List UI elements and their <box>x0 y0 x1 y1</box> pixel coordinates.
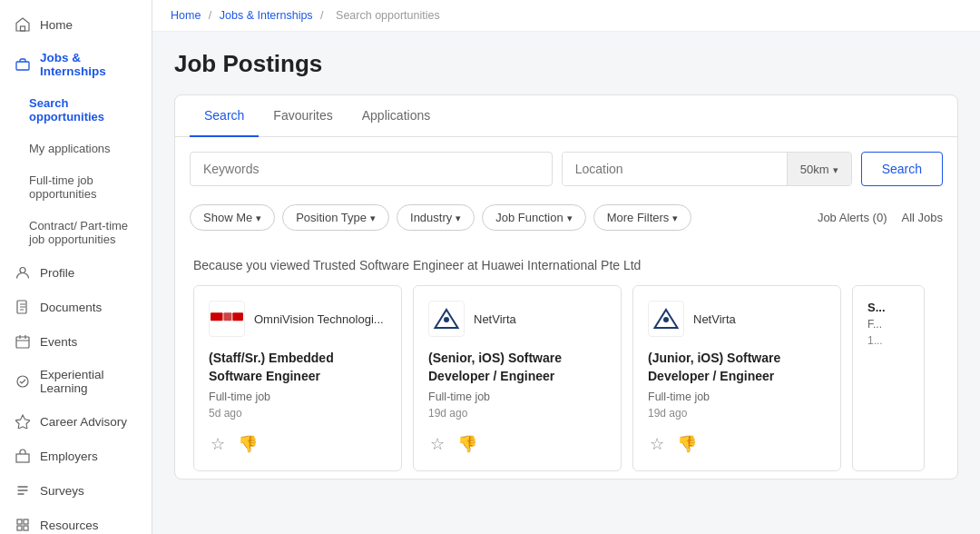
dislike-button-1[interactable]: 👎 <box>236 432 260 456</box>
search-bar: 50km Search <box>175 137 957 201</box>
job-card-1[interactable]: OmniVision Technologi... (Staff/Sr.) Emb… <box>193 285 402 471</box>
sidebar-item-surveys[interactable]: Surveys <box>0 473 152 508</box>
svg-point-16 <box>444 317 449 322</box>
job-card-2-header: NetVirta <box>428 301 606 337</box>
tabs-bar: Search Favourites Applications <box>175 95 957 137</box>
tab-favourites[interactable]: Favourites <box>259 95 347 137</box>
exp-icon <box>15 373 31 390</box>
job-alerts-link[interactable]: Job Alerts (0) <box>818 211 887 224</box>
job-type-3: Full-time job <box>648 391 826 403</box>
breadcrumb-home[interactable]: Home <box>171 9 201 22</box>
job-card-2[interactable]: NetVirta (Senior, iOS) Software Develope… <box>413 285 622 471</box>
company-name-3: NetVirta <box>693 312 736 326</box>
job-type-4-truncated: F... <box>867 318 909 331</box>
sidebar-item-employers[interactable]: Employers <box>0 439 152 473</box>
tab-search[interactable]: Search <box>190 95 259 137</box>
job-type-1: Full-time job <box>209 391 387 403</box>
breadcrumb-sep1: / <box>209 9 215 22</box>
job-title-2: (Senior, iOS) Software Developer / Engin… <box>428 350 606 385</box>
sidebar: Home Jobs & Internships Search opportuni… <box>0 0 152 534</box>
sidebar-item-fulltime[interactable]: Full-time job opportunities <box>0 164 152 210</box>
bookmark-button-2[interactable]: ☆ <box>428 432 446 456</box>
km-button[interactable]: 50km <box>787 153 851 185</box>
sidebar-item-profile-label: Profile <box>40 266 74 280</box>
sidebar-item-profile[interactable]: Profile <box>0 255 152 290</box>
job-title-3: (Junior, iOS) Software Developer / Engin… <box>648 350 826 385</box>
job-card-4-truncated[interactable]: S... F... 1... <box>852 285 925 471</box>
main-content: Home / Jobs & Internships / Search oppor… <box>152 0 980 534</box>
industry-chevron-icon <box>456 211 461 224</box>
sidebar-item-applications-label: My applications <box>29 142 111 155</box>
profile-icon <box>15 264 31 281</box>
more-filters-button[interactable]: More Filters <box>593 204 692 231</box>
job-ago-4-truncated: 1... <box>867 334 909 347</box>
home-icon <box>15 16 31 33</box>
svg-point-2 <box>20 268 25 273</box>
filters-row: Show Me Position Type Industry Job Funct… <box>175 201 957 243</box>
job-ago-3: 19d ago <box>648 407 826 420</box>
job-actions-2: ☆ 👎 <box>428 432 606 456</box>
documents-icon <box>15 299 31 315</box>
svg-rect-14 <box>232 312 243 321</box>
job-actions-1: ☆ 👎 <box>209 432 387 456</box>
sidebar-item-home[interactable]: Home <box>0 7 152 42</box>
filter-right: Job Alerts (0) All Jobs <box>818 211 943 224</box>
company-name-2: NetVirta <box>474 312 516 326</box>
keywords-input[interactable] <box>190 152 553 186</box>
rec-title: Because you viewed Trusted Software Engi… <box>193 258 939 272</box>
more-filters-chevron-icon <box>672 211 678 224</box>
show-me-chevron-icon <box>256 211 261 224</box>
job-actions-3: ☆ 👎 <box>648 432 826 456</box>
bookmark-button-1[interactable]: ☆ <box>209 432 227 456</box>
sidebar-item-career-advisory[interactable]: Career Advisory <box>0 404 152 439</box>
search-button[interactable]: Search <box>861 152 943 186</box>
breadcrumb-current: Search opportunities <box>336 9 440 22</box>
sidebar-item-contract[interactable]: Contract/ Part-time job opportunities <box>0 210 152 255</box>
job-card-3-header: NetVirta <box>648 301 826 337</box>
sidebar-item-events-label: Events <box>40 335 77 349</box>
sidebar-item-home-label: Home <box>40 18 73 32</box>
dislike-button-2[interactable]: 👎 <box>456 432 479 456</box>
svg-rect-13 <box>223 312 231 321</box>
job-ago-2: 19d ago <box>428 407 606 420</box>
events-icon <box>15 333 31 350</box>
position-type-chevron-icon <box>370 211 376 224</box>
employers-icon <box>15 448 31 464</box>
location-input[interactable] <box>563 153 787 185</box>
sidebar-item-resources[interactable]: Resources <box>0 508 152 534</box>
job-card-1-header: OmniVision Technologi... <box>209 301 387 337</box>
job-card-3[interactable]: NetVirta (Junior, iOS) Software Develope… <box>632 285 841 471</box>
page-title: Job Postings <box>174 50 958 78</box>
svg-rect-8 <box>24 519 28 524</box>
advisory-icon <box>15 413 31 430</box>
location-wrap: 50km <box>562 152 852 186</box>
sidebar-item-events[interactable]: Events <box>0 324 152 359</box>
bookmark-button-3[interactable]: ☆ <box>648 432 666 456</box>
job-postings-card: Search Favourites Applications 50km Sear… <box>174 94 958 480</box>
svg-rect-12 <box>211 312 223 321</box>
sidebar-item-search-opportunities[interactable]: Search opportunities <box>0 87 152 133</box>
sidebar-item-jobs[interactable]: Jobs & Internships <box>0 42 152 87</box>
company-name-1: OmniVision Technologi... <box>254 312 384 326</box>
job-type-2: Full-time job <box>428 391 606 403</box>
position-type-filter[interactable]: Position Type <box>282 204 389 231</box>
sidebar-item-documents-label: Documents <box>40 301 102 314</box>
all-jobs-link[interactable]: All Jobs <box>901 211 943 224</box>
svg-rect-6 <box>16 454 29 462</box>
sidebar-item-experiential[interactable]: Experiential Learning <box>0 359 152 404</box>
sidebar-item-search-label: Search opportunities <box>29 96 137 124</box>
industry-filter[interactable]: Industry <box>397 204 475 231</box>
job-title-4-truncated: S... <box>867 301 909 314</box>
dislike-button-3[interactable]: 👎 <box>675 432 699 456</box>
svg-rect-10 <box>24 526 28 530</box>
breadcrumb-jobs[interactable]: Jobs & Internships <box>220 9 313 22</box>
sidebar-item-my-applications[interactable]: My applications <box>0 133 152 164</box>
job-function-filter[interactable]: Job Function <box>482 204 585 231</box>
sidebar-item-fulltime-label: Full-time job opportunities <box>29 173 137 201</box>
sidebar-item-employers-label: Employers <box>40 450 98 463</box>
company-logo-3 <box>648 301 684 337</box>
show-me-filter[interactable]: Show Me <box>190 204 275 231</box>
svg-rect-9 <box>17 526 22 530</box>
sidebar-item-documents[interactable]: Documents <box>0 290 152 324</box>
tab-applications[interactable]: Applications <box>348 95 446 137</box>
